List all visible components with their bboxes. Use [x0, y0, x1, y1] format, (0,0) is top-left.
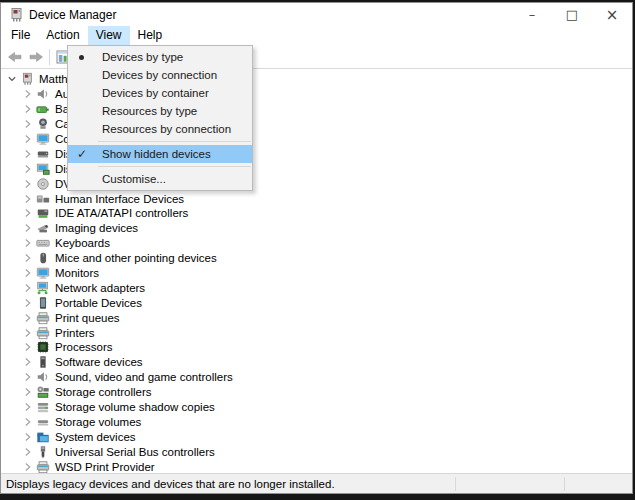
- printer-icon: [36, 326, 50, 340]
- chevron-right-icon[interactable]: [21, 355, 35, 369]
- chevron-right-icon[interactable]: [21, 415, 35, 429]
- device-manager-icon: [8, 7, 24, 23]
- menu-separator: [98, 141, 251, 142]
- speaker-icon: [36, 87, 50, 101]
- tree-row[interactable]: Processors: [1, 340, 632, 355]
- mouse-icon: [36, 251, 50, 265]
- forward-arrow-icon: [28, 49, 44, 65]
- menu-item-label: Customise...: [102, 173, 166, 185]
- radio-selected-icon: [68, 55, 102, 60]
- tree-row[interactable]: Mice and other pointing devices: [1, 251, 632, 266]
- chevron-right-icon[interactable]: [21, 460, 35, 473]
- chevron-right-icon[interactable]: [21, 87, 35, 101]
- menu-item-show-hidden-devices[interactable]: ✓Show hidden devices: [68, 145, 252, 163]
- dvd-icon: [36, 177, 50, 191]
- tree-item-label: Monitors: [55, 267, 99, 279]
- chevron-right-icon[interactable]: [21, 370, 35, 384]
- chevron-right-icon[interactable]: [21, 326, 35, 340]
- menu-item-devices-by-container[interactable]: Devices by container: [68, 84, 252, 102]
- maximize-button[interactable]: □: [552, 3, 592, 26]
- tree-item-label: System devices: [55, 431, 136, 443]
- chevron-right-icon[interactable]: [21, 400, 35, 414]
- statusbar-pane-separator: [455, 477, 456, 491]
- chevron-right-icon[interactable]: [21, 221, 35, 235]
- chevron-right-icon[interactable]: [21, 102, 35, 116]
- chevron-right-icon[interactable]: [21, 445, 35, 459]
- statusbar-text: Displays legacy devices and devices that…: [6, 478, 335, 490]
- chevron-right-icon[interactable]: [21, 296, 35, 310]
- close-button[interactable]: ×: [592, 3, 632, 26]
- chevron-right-icon[interactable]: [21, 266, 35, 280]
- chevron-right-icon[interactable]: [21, 192, 35, 206]
- chevron-right-icon[interactable]: [21, 281, 35, 295]
- menubar-item-file[interactable]: File: [3, 26, 38, 46]
- tree-row[interactable]: Storage volumes: [1, 414, 632, 429]
- menu-item-devices-by-connection[interactable]: Devices by connection: [68, 66, 252, 84]
- chevron-right-icon[interactable]: [21, 340, 35, 354]
- tree-item-label: Imaging devices: [55, 222, 138, 234]
- menubar: FileActionViewHelp: [1, 26, 632, 46]
- window-title: Device Manager: [29, 8, 116, 22]
- menubar-item-view[interactable]: View: [88, 26, 130, 46]
- statusbar: Displays legacy devices and devices that…: [1, 473, 632, 493]
- tree-row[interactable]: Print queues: [1, 310, 632, 325]
- wsd-printer-icon: [36, 460, 50, 473]
- tree-row[interactable]: Keyboards: [1, 236, 632, 251]
- tree-row[interactable]: Storage controllers: [1, 385, 632, 400]
- menubar-item-action[interactable]: Action: [38, 26, 87, 46]
- tree-row[interactable]: Storage volume shadow copies: [1, 400, 632, 415]
- tree-item-label: Print queues: [55, 312, 120, 324]
- menu-item-resources-by-connection[interactable]: Resources by connection: [68, 120, 252, 138]
- tree-row[interactable]: Imaging devices: [1, 221, 632, 236]
- chevron-expanded-icon[interactable]: [5, 72, 19, 86]
- ide-controller-icon: [36, 206, 50, 220]
- chevron-right-icon[interactable]: [21, 385, 35, 399]
- monitor-icon: [36, 266, 50, 280]
- chevron-right-icon[interactable]: [21, 206, 35, 220]
- chevron-right-icon[interactable]: [21, 251, 35, 265]
- tree-row[interactable]: Software devices: [1, 355, 632, 370]
- tree-row[interactable]: System devices: [1, 429, 632, 444]
- menu-item-devices-by-type[interactable]: Devices by type: [68, 48, 252, 66]
- chevron-right-icon[interactable]: [21, 236, 35, 250]
- chevron-right-icon[interactable]: [21, 117, 35, 131]
- tree-row[interactable]: Universal Serial Bus controllers: [1, 444, 632, 459]
- tree-row[interactable]: Monitors: [1, 266, 632, 281]
- tree-row[interactable]: WSD Print Provider: [1, 459, 632, 473]
- forward-arrow-button[interactable]: [26, 48, 45, 66]
- display-adapter-icon: [36, 162, 50, 176]
- tree-item-label: Keyboards: [55, 237, 110, 249]
- tree-row[interactable]: IDE ATA/ATAPI controllers: [1, 206, 632, 221]
- chevron-right-icon[interactable]: [21, 177, 35, 191]
- chevron-right-icon[interactable]: [21, 162, 35, 176]
- back-arrow-button[interactable]: [5, 48, 24, 66]
- menu-item-resources-by-type[interactable]: Resources by type: [68, 102, 252, 120]
- tree-row[interactable]: Sound, video and game controllers: [1, 370, 632, 385]
- shadow-copy-icon: [36, 400, 50, 414]
- tree-row[interactable]: Portable Devices: [1, 295, 632, 310]
- chevron-right-icon[interactable]: [21, 311, 35, 325]
- tree-item-label: Storage volumes: [55, 416, 141, 428]
- device-manager-icon: [20, 72, 34, 86]
- tree-item-label: WSD Print Provider: [55, 461, 155, 473]
- tree-item-label: Mice and other pointing devices: [55, 252, 217, 264]
- tree-row[interactable]: Network adapters: [1, 280, 632, 295]
- tree-item-label: Universal Serial Bus controllers: [55, 446, 215, 458]
- checkmark-icon: ✓: [68, 148, 102, 160]
- keyboard-icon: [36, 236, 50, 250]
- tree-row[interactable]: Printers: [1, 325, 632, 340]
- device-manager-window: Device Manager –□× FileActionViewHelp Ma…: [0, 2, 633, 494]
- storage-controller-icon: [36, 385, 50, 399]
- chevron-right-icon[interactable]: [21, 147, 35, 161]
- chevron-right-icon[interactable]: [21, 430, 35, 444]
- portable-device-icon: [36, 296, 50, 310]
- statusbar-pane-separator: [564, 477, 565, 491]
- menu-item-customise[interactable]: Customise...: [68, 170, 252, 188]
- menubar-item-help[interactable]: Help: [130, 26, 171, 46]
- tree-row[interactable]: Human Interface Devices: [1, 191, 632, 206]
- software-device-icon: [36, 355, 50, 369]
- tree-item-label: IDE ATA/ATAPI controllers: [55, 207, 188, 219]
- chevron-right-icon[interactable]: [21, 132, 35, 146]
- minimize-button[interactable]: –: [512, 3, 552, 26]
- view-menu-popup: Devices by typeDevices by connectionDevi…: [67, 45, 253, 191]
